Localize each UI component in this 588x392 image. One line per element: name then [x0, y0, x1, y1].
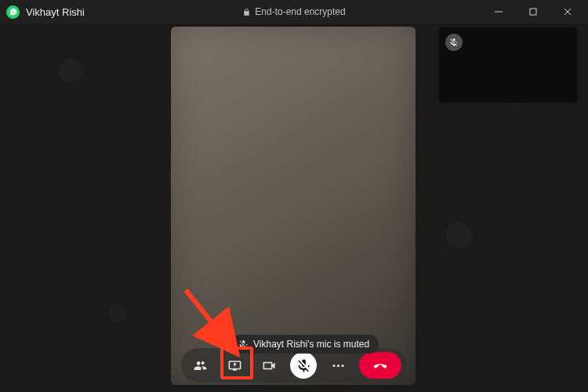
self-preview[interactable] — [438, 27, 578, 103]
end-call-button[interactable] — [359, 352, 401, 379]
main-video-feed — [171, 27, 416, 385]
mic-toggle-button[interactable] — [290, 352, 317, 379]
contact-name: Vikhayt Rishi — [26, 6, 85, 18]
whatsapp-logo-icon — [6, 5, 20, 19]
window-controls — [481, 0, 585, 24]
mic-muted-toast: Vikhayt Rishi's mic is muted — [230, 335, 379, 354]
svg-point-4 — [332, 364, 335, 366]
self-mic-muted-icon — [445, 34, 463, 51]
more-options-button[interactable] — [325, 352, 351, 379]
minimize-button[interactable] — [481, 0, 516, 24]
participants-button[interactable] — [187, 352, 213, 379]
maximize-button[interactable] — [516, 0, 550, 24]
window-titlebar: Vikhayt Rishi End-to-end encrypted — [0, 0, 588, 24]
mic-off-icon — [238, 339, 249, 350]
video-toggle-button[interactable] — [256, 352, 282, 379]
svg-point-5 — [336, 364, 339, 366]
close-button[interactable] — [550, 0, 585, 24]
screen-share-button[interactable] — [221, 352, 248, 379]
encryption-label: End-to-end encrypted — [255, 6, 345, 17]
svg-rect-1 — [530, 9, 536, 15]
lock-icon — [242, 8, 251, 16]
toast-text: Vikhayt Rishi's mic is muted — [253, 339, 369, 350]
svg-point-6 — [341, 364, 343, 366]
